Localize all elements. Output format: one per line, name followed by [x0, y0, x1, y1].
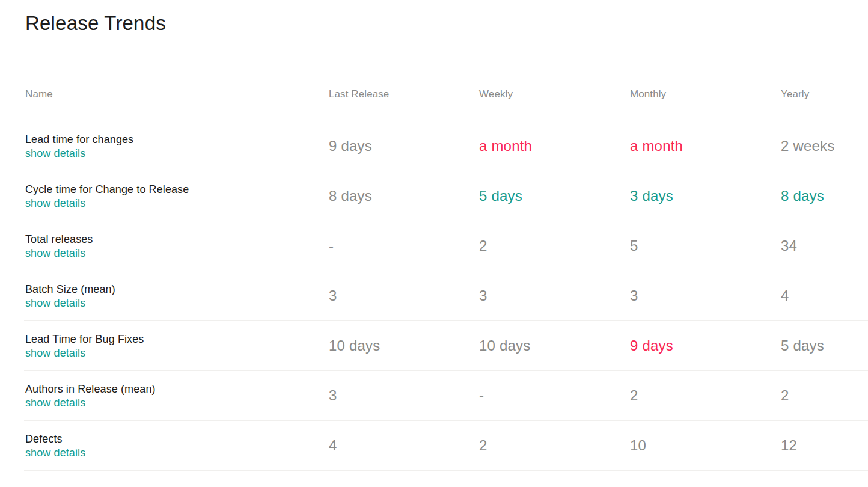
metric-value-monthly: 2: [629, 387, 780, 404]
table-body: Lead time for changes show details 9 day…: [24, 121, 868, 471]
metric-value-monthly: 9 days: [629, 337, 780, 354]
show-details-link[interactable]: show details: [25, 347, 85, 360]
metric-name-cell: Cycle time for Change to Release show de…: [24, 182, 328, 210]
metric-name-cell: Defects show details: [24, 432, 328, 459]
metric-value-monthly: 10: [629, 437, 780, 454]
metric-value-weekly: -: [478, 387, 629, 404]
metric-value-weekly: 5 days: [478, 188, 629, 204]
metric-value-last-release: -: [328, 237, 478, 254]
column-header-last-release: Last Release: [328, 88, 478, 100]
table-header-row: Name Last Release Weekly Monthly Yearly: [24, 88, 868, 121]
table-row: Defects show details 4 2 10 12: [24, 421, 868, 471]
metric-name-cell: Lead Time for Bug Fixes show details: [24, 332, 328, 360]
show-details-link[interactable]: show details: [25, 447, 85, 459]
metric-value-monthly: 3 days: [629, 188, 780, 204]
release-trends-page: Release Trends Name Last Release Weekly …: [0, 0, 868, 487]
metric-value-last-release: 4: [328, 437, 478, 454]
metric-name: Lead time for changes: [25, 132, 328, 147]
metric-value-monthly: 5: [629, 237, 780, 254]
column-header-name: Name: [24, 88, 328, 100]
column-header-weekly: Weekly: [478, 88, 629, 100]
column-header-yearly: Yearly: [780, 88, 868, 100]
show-details-link[interactable]: show details: [25, 397, 85, 409]
metric-name-cell: Batch Size (mean) show details: [24, 282, 328, 310]
metric-name: Authors in Release (mean): [25, 382, 328, 397]
table-row: Lead Time for Bug Fixes show details 10 …: [24, 321, 868, 371]
metric-value-yearly: 2: [780, 387, 868, 404]
metric-value-yearly: 2 weeks: [780, 138, 868, 155]
metric-name: Lead Time for Bug Fixes: [25, 332, 328, 347]
metric-name-cell: Authors in Release (mean) show details: [24, 382, 328, 409]
metric-value-yearly: 34: [780, 237, 868, 254]
show-details-link[interactable]: show details: [25, 147, 85, 160]
metric-name: Cycle time for Change to Release: [25, 182, 328, 197]
page-title: Release Trends: [25, 12, 868, 35]
metric-value-last-release: 9 days: [328, 138, 478, 155]
metric-value-weekly: 3: [478, 287, 629, 304]
release-trends-table: Name Last Release Weekly Monthly Yearly …: [24, 88, 868, 471]
metric-name: Total releases: [25, 232, 328, 247]
table-row: Authors in Release (mean) show details 3…: [24, 371, 868, 421]
table-row: Total releases show details - 2 5 34: [24, 221, 868, 271]
metric-name: Defects: [25, 432, 328, 447]
metric-value-weekly: 10 days: [478, 337, 629, 354]
table-row: Lead time for changes show details 9 day…: [24, 121, 868, 171]
metric-value-yearly: 5 days: [780, 337, 868, 354]
metric-value-weekly: a month: [478, 138, 629, 155]
metric-value-monthly: 3: [629, 287, 780, 304]
metric-value-weekly: 2: [478, 437, 629, 454]
show-details-link[interactable]: show details: [25, 297, 85, 310]
column-header-monthly: Monthly: [629, 88, 780, 100]
show-details-link[interactable]: show details: [25, 197, 85, 210]
metric-value-monthly: a month: [629, 138, 780, 155]
metric-value-last-release: 8 days: [328, 188, 478, 204]
metric-value-yearly: 12: [780, 437, 868, 454]
table-row: Batch Size (mean) show details 3 3 3 4: [24, 271, 868, 321]
metric-value-weekly: 2: [478, 237, 629, 254]
metric-name-cell: Total releases show details: [24, 232, 328, 260]
metric-value-yearly: 4: [780, 287, 868, 304]
metric-value-last-release: 10 days: [328, 337, 478, 354]
show-details-link[interactable]: show details: [25, 247, 85, 260]
metric-value-yearly: 8 days: [780, 188, 868, 204]
metric-value-last-release: 3: [328, 287, 478, 304]
metric-name: Batch Size (mean): [25, 282, 328, 297]
metric-value-last-release: 3: [328, 387, 478, 404]
table-row: Cycle time for Change to Release show de…: [24, 171, 868, 221]
metric-name-cell: Lead time for changes show details: [24, 132, 328, 160]
